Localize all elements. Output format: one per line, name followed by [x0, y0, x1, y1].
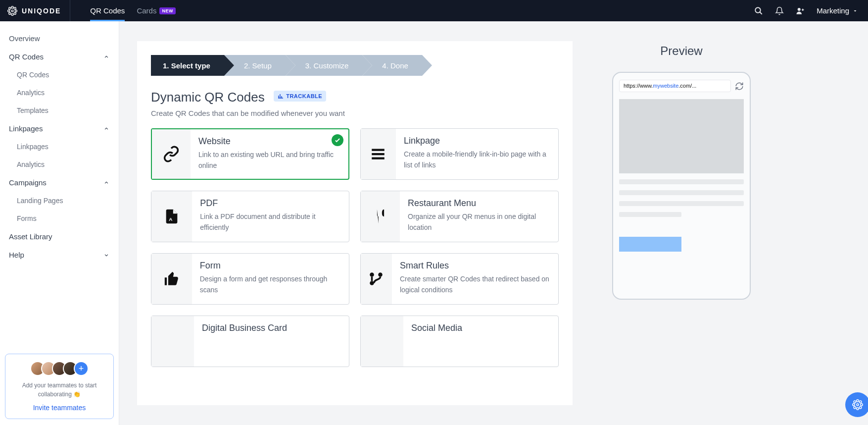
refresh-icon[interactable]	[735, 82, 744, 91]
qr-type-digital-business-card[interactable]: Digital Business Card	[151, 316, 349, 367]
qr-type-form[interactable]: FormDesign a form and get responses thro…	[151, 253, 349, 305]
svg-point-7	[9, 12, 11, 14]
svg-point-17	[857, 408, 859, 410]
phone-mockup: https://www.mywebsite.com/...	[612, 72, 751, 300]
brand[interactable]: UNIQODE	[0, 0, 70, 21]
svg-point-20	[854, 401, 856, 403]
qr-type-linkpage[interactable]: LinkpageCreate a mobile-friendly link-in…	[360, 128, 559, 180]
svg-point-6	[14, 7, 16, 9]
sidebar-item-landing-pages[interactable]: Landing Pages	[5, 192, 114, 210]
qr-type-smart-rules[interactable]: Smart RulesCreate smarter QR Codes that …	[360, 253, 559, 305]
type-title: Restaurant Menu	[408, 198, 549, 209]
svg-point-10	[798, 8, 801, 11]
type-title: Digital Business Card	[202, 323, 287, 333]
brand-name: UNIQODE	[22, 7, 61, 15]
skeleton-line	[619, 212, 681, 217]
skeleton-line	[619, 201, 744, 206]
food-icon	[361, 191, 400, 242]
menu-icon	[361, 129, 396, 179]
svg-point-23	[860, 407, 862, 409]
account-name: Marketing	[817, 6, 849, 15]
sidebar-group-linkpages[interactable]: Linkpages	[5, 119, 114, 138]
sidebar-group-qr codes[interactable]: QR Codes	[5, 48, 114, 66]
help-fab[interactable]	[845, 392, 868, 417]
sidebar-item-analytics[interactable]: Analytics	[5, 84, 114, 102]
top-tab-cards[interactable]: CardsNEW	[137, 0, 176, 21]
bell-icon[interactable]	[775, 6, 784, 15]
trackable-text: TRACKABLE	[286, 93, 322, 99]
svg-point-18	[853, 404, 855, 406]
skeleton-line	[619, 190, 744, 195]
qr-type-restaurant-menu[interactable]: Restaurant MenuOrganize all your QR menu…	[360, 191, 559, 242]
top-tabs: QR CodesCardsNEW	[70, 0, 176, 21]
top-tab-qr-codes[interactable]: QR Codes	[90, 0, 125, 21]
thumb-icon	[151, 254, 192, 304]
team-invite-box: + Add your teammates to start collaborat…	[5, 354, 114, 419]
type-title: Website	[198, 136, 339, 147]
qr-type-social-media[interactable]: Social Media	[360, 316, 559, 367]
qr-type-grid: WebsiteLink to an existing web URL and b…	[151, 128, 559, 367]
preview-url: https://www.mywebsite.com/...	[619, 80, 731, 92]
type-desc: Design a form and get responses through …	[200, 274, 340, 295]
pdf-icon: A	[151, 191, 192, 242]
brand-logo-icon	[852, 399, 864, 411]
svg-point-16	[857, 400, 859, 402]
chevron-up-icon	[103, 53, 110, 60]
sidebar-item-forms[interactable]: Forms	[5, 210, 114, 227]
account-menu[interactable]: Marketing	[817, 6, 858, 15]
svg-point-9	[755, 7, 761, 13]
type-title: Smart Rules	[400, 261, 549, 271]
new-badge: NEW	[159, 7, 176, 14]
sidebar-item-analytics[interactable]: Analytics	[5, 156, 114, 173]
search-icon[interactable]	[754, 6, 763, 15]
chevron-down-icon	[103, 252, 110, 259]
type-desc: Link to an existing web URL and bring tr…	[198, 150, 339, 171]
add-user-icon[interactable]	[796, 6, 805, 15]
svg-point-5	[9, 7, 11, 9]
trackable-badge: TRACKABLE	[274, 91, 326, 102]
type-title: Social Media	[411, 323, 462, 333]
chevron-down-icon	[852, 8, 858, 14]
-icon	[361, 316, 403, 367]
svg-point-0	[11, 10, 13, 12]
svg-point-12	[370, 272, 375, 277]
qr-type-pdf[interactable]: APDFLink a PDF document and distribute i…	[151, 191, 349, 242]
chevron-up-icon	[103, 179, 110, 186]
svg-point-21	[860, 401, 862, 403]
wizard-steps: 1. Select type2. Setup3. Customize4. Don…	[151, 55, 559, 76]
add-teammate-icon[interactable]: +	[74, 361, 89, 376]
sidebar-item-qr-codes[interactable]: QR Codes	[5, 66, 114, 84]
type-desc: Organize all your QR menus in one digita…	[408, 212, 549, 233]
page-title: Dynamic QR Codes	[151, 90, 265, 105]
teammate-avatars: +	[11, 361, 107, 376]
type-desc: Create a mobile-friendly link-in-bio pag…	[404, 149, 549, 170]
preview-title: Preview	[660, 41, 702, 72]
check-icon	[332, 134, 343, 146]
sidebar-help[interactable]: Help	[5, 246, 114, 264]
sidebar: OverviewQR CodesQR CodesAnalyticsTemplat…	[0, 21, 119, 425]
sidebar-group-campaigns[interactable]: Campaigns	[5, 173, 114, 192]
branch-icon	[361, 254, 392, 304]
sidebar-overview[interactable]: Overview	[5, 29, 114, 48]
type-title: Form	[200, 261, 340, 271]
svg-point-14	[379, 272, 383, 277]
skeleton-button	[619, 237, 681, 252]
svg-point-1	[11, 6, 13, 8]
type-title: PDF	[200, 198, 340, 209]
svg-point-3	[8, 9, 10, 11]
wizard-step-3[interactable]: 3. Customize	[286, 55, 363, 76]
qr-type-website[interactable]: WebsiteLink to an existing web URL and b…	[151, 128, 349, 180]
sidebar-item-templates[interactable]: Templates	[5, 102, 114, 119]
sidebar-item-linkpages[interactable]: Linkpages	[5, 138, 114, 156]
svg-point-22	[854, 407, 856, 409]
wizard-step-1[interactable]: 1. Select type	[151, 55, 224, 76]
sidebar-asset-library[interactable]: Asset Library	[5, 227, 114, 246]
page-subtitle: Create QR Codes that can be modified whe…	[151, 109, 559, 117]
svg-point-2	[11, 13, 13, 15]
type-desc: Create smarter QR Codes that redirect ba…	[400, 274, 549, 295]
svg-point-4	[15, 9, 17, 11]
-icon	[151, 316, 194, 367]
brand-logo-icon	[7, 5, 18, 16]
team-invite-text: Add your teammates to start collaboratin…	[11, 381, 107, 399]
invite-teammates-link[interactable]: Invite teammates	[11, 404, 107, 412]
